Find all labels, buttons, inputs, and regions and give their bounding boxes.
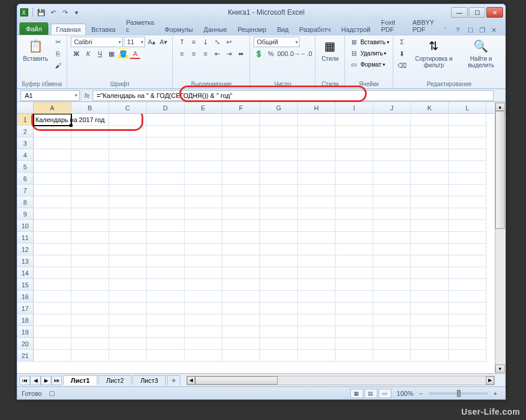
tab-review[interactable]: Рецензир <box>232 24 272 35</box>
cell[interactable] <box>147 208 185 220</box>
column-header[interactable]: G <box>260 102 298 113</box>
cell[interactable] <box>147 279 185 291</box>
cell[interactable] <box>411 196 449 208</box>
cell[interactable] <box>222 350 260 362</box>
maximize-button[interactable]: ☐ <box>469 7 485 18</box>
cell[interactable] <box>71 267 109 279</box>
cell[interactable] <box>185 149 222 161</box>
cell[interactable] <box>34 161 71 173</box>
cell[interactable] <box>222 220 260 232</box>
cell[interactable] <box>260 196 298 208</box>
cell[interactable] <box>71 244 109 255</box>
cell[interactable] <box>185 161 222 173</box>
cell[interactable] <box>109 196 147 208</box>
fx-button[interactable]: fx <box>81 90 93 101</box>
cell[interactable] <box>298 326 336 338</box>
cell[interactable] <box>260 232 298 244</box>
cell[interactable] <box>109 267 147 279</box>
row-header[interactable]: 3 <box>17 137 34 149</box>
cell[interactable] <box>147 220 185 232</box>
sort-filter-button[interactable]: ⇅ Сортировка и фильтр <box>410 37 458 70</box>
cell[interactable] <box>109 114 147 126</box>
cell[interactable] <box>411 220 449 232</box>
cell[interactable] <box>260 244 298 255</box>
horizontal-scrollbar[interactable]: ◀ ▶ <box>186 376 495 385</box>
cell[interactable] <box>260 291 298 303</box>
tab-developer[interactable]: Разработч <box>294 24 336 35</box>
align-top-icon[interactable]: ⤒ <box>176 37 187 47</box>
cell[interactable] <box>298 126 336 137</box>
cell[interactable] <box>373 314 411 326</box>
cell[interactable] <box>411 291 449 303</box>
undo-icon[interactable]: ↶ <box>48 8 58 17</box>
cell[interactable] <box>411 185 449 196</box>
cell[interactable] <box>109 173 147 185</box>
cell[interactable] <box>449 255 486 267</box>
bold-icon[interactable]: Ж <box>71 48 81 59</box>
cell[interactable] <box>449 244 486 255</box>
cell[interactable] <box>373 137 411 149</box>
cell[interactable] <box>411 244 449 255</box>
cell[interactable] <box>373 149 411 161</box>
cell[interactable] <box>298 149 336 161</box>
cell[interactable] <box>260 185 298 196</box>
row-header[interactable]: 20 <box>17 338 34 350</box>
cell[interactable] <box>260 220 298 232</box>
cell[interactable] <box>34 173 71 185</box>
zoom-slider[interactable] <box>429 392 488 395</box>
cell[interactable] <box>147 326 185 338</box>
row-header[interactable]: 6 <box>17 173 34 185</box>
cell[interactable] <box>260 326 298 338</box>
cell[interactable] <box>34 303 71 314</box>
new-sheet-button[interactable]: ✧ <box>167 375 180 386</box>
cell[interactable] <box>71 137 109 149</box>
cell[interactable] <box>373 255 411 267</box>
cell[interactable] <box>222 149 260 161</box>
tab-addins[interactable]: Надстрой <box>336 24 376 35</box>
window-options-icon[interactable]: ☐ <box>468 27 476 35</box>
cell[interactable] <box>411 137 449 149</box>
cell[interactable] <box>109 338 147 350</box>
currency-icon[interactable]: 💲 <box>254 48 264 59</box>
delete-cells-label[interactable]: Удалить <box>360 50 383 57</box>
cell[interactable] <box>336 314 373 326</box>
row-header[interactable]: 14 <box>17 267 34 279</box>
cell[interactable] <box>373 114 411 126</box>
row-header[interactable]: 16 <box>17 291 34 303</box>
cell[interactable] <box>411 350 449 362</box>
cell[interactable] <box>109 137 147 149</box>
cell[interactable] <box>373 161 411 173</box>
cell[interactable] <box>185 126 222 137</box>
cell[interactable] <box>147 267 185 279</box>
row-header[interactable]: 2 <box>17 126 34 137</box>
insert-cells-label[interactable]: Вставить <box>360 39 385 45</box>
sheet-tab[interactable]: Лист3 <box>133 375 166 385</box>
cell[interactable] <box>449 196 486 208</box>
view-page-break-icon[interactable]: ▭ <box>379 389 392 398</box>
cell[interactable] <box>34 244 71 255</box>
align-middle-icon[interactable]: ≡ <box>188 37 199 47</box>
cell[interactable] <box>71 279 109 291</box>
cell[interactable] <box>71 208 109 220</box>
cell[interactable] <box>147 255 185 267</box>
delete-cells-icon[interactable]: ⊟ <box>349 48 359 58</box>
sheet-tab[interactable]: Лист2 <box>98 375 132 385</box>
select-all-corner[interactable] <box>17 102 34 113</box>
cell[interactable] <box>373 350 411 362</box>
cell[interactable] <box>336 244 373 255</box>
scroll-thumb[interactable] <box>495 111 505 229</box>
cell[interactable] <box>449 161 486 173</box>
cell[interactable] <box>34 126 71 137</box>
column-header[interactable]: E <box>185 102 222 113</box>
cell[interactable] <box>298 173 336 185</box>
cell[interactable] <box>185 338 222 350</box>
cell[interactable] <box>222 279 260 291</box>
cell[interactable] <box>298 196 336 208</box>
cell[interactable] <box>109 291 147 303</box>
cell[interactable] <box>185 185 222 196</box>
border-icon[interactable]: ▦ <box>106 48 117 59</box>
cell[interactable] <box>34 326 71 338</box>
cell[interactable] <box>222 137 260 149</box>
cell[interactable] <box>373 244 411 255</box>
zoom-in-icon[interactable]: + <box>490 388 501 399</box>
